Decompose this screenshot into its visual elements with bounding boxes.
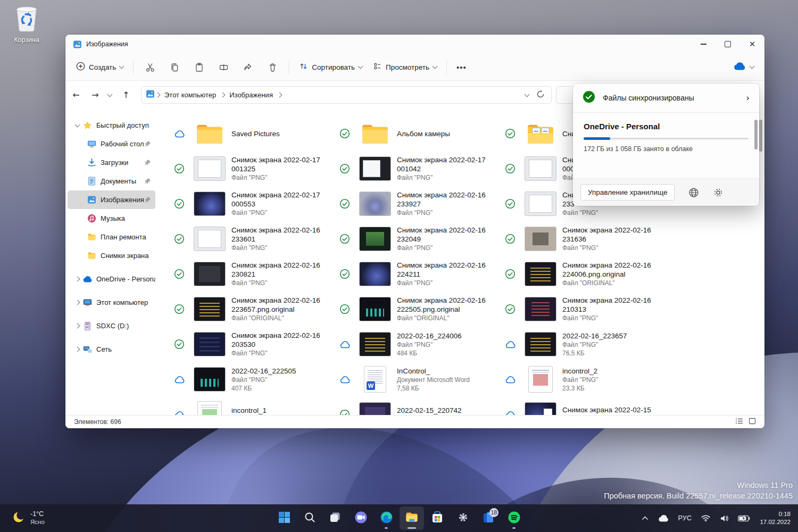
file-tile[interactable]: Снимок экрана 2022-02-17 001042 Файл "PN…: [323, 151, 488, 186]
rename-button[interactable]: [214, 58, 232, 76]
taskbar-spotify-button[interactable]: [502, 506, 526, 530]
sidebar-item-рабочий-стол[interactable]: Рабочий стол: [68, 135, 155, 153]
taskbar-edge-button[interactable]: [374, 506, 398, 530]
recycle-bin[interactable]: Корзина: [4, 3, 49, 44]
pin-icon[interactable]: [144, 196, 151, 203]
wifi-icon[interactable]: [698, 508, 713, 528]
share-button[interactable]: [239, 58, 257, 76]
maximize-button[interactable]: [716, 35, 740, 54]
file-tile[interactable]: Снимок экрана 2022-02-16 203530 Файл "PN…: [157, 327, 323, 362]
sidebar-item-загрузки[interactable]: Загрузки: [68, 153, 155, 172]
sidebar-item-onedrive-personal[interactable]: OneDrive - Personal: [68, 270, 155, 288]
breadcrumb[interactable]: Этот компьютер Изображения: [141, 86, 552, 104]
file-tile[interactable]: 2022-02-16_222505 Файл "PNG" 407 КБ: [157, 362, 323, 397]
sidebar-item-sdxc-d-[interactable]: SDXCSDXC (D:): [68, 317, 155, 335]
taskbar-settings-button[interactable]: [451, 506, 475, 530]
more-options-button[interactable]: •••: [451, 61, 472, 74]
file-tile[interactable]: Снимок экрана 2022-02-16 233601 Файл "PN…: [157, 221, 323, 256]
expander-right-icon[interactable]: [73, 347, 81, 351]
minimize-button[interactable]: [691, 35, 716, 54]
recent-locations-button[interactable]: [104, 87, 115, 104]
weather-temp: -1°C: [30, 510, 45, 518]
expander-right-icon[interactable]: [73, 277, 81, 281]
sidebar-item-сеть[interactable]: Сеть: [68, 340, 155, 359]
file-tile[interactable]: Снимок экрана 2022-02-16 232049 Файл "PN…: [323, 221, 488, 256]
file-tile[interactable]: Снимок экрана 2022-02-16 224006.png.orig…: [488, 256, 654, 292]
taskbar-mail-button[interactable]: 18: [476, 506, 501, 530]
weather-widget[interactable]: -1°C Ясно: [7, 504, 49, 532]
new-button[interactable]: Создать: [71, 58, 129, 76]
forward-button[interactable]: →: [87, 87, 104, 104]
file-tile[interactable]: Снимок экрана 2022-02-16 230821 Файл "PN…: [157, 256, 323, 292]
onedrive-status-button[interactable]: [728, 59, 759, 76]
view-button[interactable]: Просмотреть: [368, 58, 442, 76]
sidebar-item-этот-компьютер[interactable]: Этот компьютер: [68, 293, 155, 312]
file-tile[interactable]: Снимок экрана 2022-02-16 210313 Файл "PN…: [488, 292, 654, 327]
address-dropdown-icon[interactable]: [525, 92, 530, 97]
paste-button[interactable]: [190, 58, 208, 76]
search-icon: [304, 511, 316, 526]
breadcrumb-this-pc[interactable]: Этот компьютер: [161, 89, 220, 101]
file-tile[interactable]: 2022-02-16_223657 Файл "PNG" 76,5 КБ: [488, 327, 654, 362]
sync-status-synced-icon: [504, 128, 516, 139]
globe-icon[interactable]: [688, 187, 699, 198]
file-tile[interactable]: 2022-02-15_220742 Файл "PNG": [323, 397, 488, 415]
close-button[interactable]: ✕: [740, 35, 764, 54]
settings-gear-icon[interactable]: [713, 187, 724, 198]
expander-right-icon[interactable]: [73, 301, 81, 304]
volume-icon[interactable]: [717, 508, 732, 528]
taskbar-taskview-button[interactable]: [323, 506, 347, 530]
copy-button[interactable]: [165, 58, 184, 76]
sidebar-item-изображения[interactable]: Изображения: [68, 190, 155, 209]
taskbar-explorer-button[interactable]: [400, 506, 424, 530]
sidebar-item-снимки-экрана[interactable]: Снимки экрана: [68, 246, 155, 265]
language-indicator[interactable]: РУС: [676, 508, 695, 528]
file-tile[interactable]: Снимок экрана 2022-02-17 001325 Файл "PN…: [157, 151, 323, 186]
taskbar-chat-button[interactable]: [348, 506, 373, 530]
pin-icon[interactable]: [144, 140, 151, 147]
title-bar[interactable]: Изображения ✕: [65, 35, 764, 54]
file-tile[interactable]: Снимок экрана 2022-02-16 224211 Файл "PN…: [323, 256, 488, 292]
file-tile[interactable]: Снимок экрана 2022-02-16 223657.png.orig…: [157, 292, 323, 327]
clock[interactable]: 0:18 17.02.2022: [757, 510, 794, 526]
expander-right-icon[interactable]: [73, 324, 81, 328]
file-tile[interactable]: InControl_ Документ Microsoft Word 7,58 …: [323, 362, 488, 397]
large-icons-view-toggle[interactable]: [749, 418, 756, 426]
up-button[interactable]: ↑: [118, 87, 135, 104]
refresh-button[interactable]: [536, 90, 545, 101]
file-type: Файл "ORIGINAL": [562, 279, 651, 287]
pin-icon[interactable]: [144, 159, 151, 166]
file-tile[interactable]: incontrol_2 Файл "PNG" 23,3 КБ: [488, 362, 654, 397]
file-tile[interactable]: Альбом камеры: [323, 116, 488, 151]
onedrive-sync-status-row[interactable]: Файлы синхронизированы ›: [573, 84, 759, 113]
file-tile[interactable]: 2022-02-16_224006 Файл "PNG" 484 КБ: [323, 327, 488, 362]
sidebar-item-музыка[interactable]: Музыка: [68, 209, 155, 228]
taskbar-start-button[interactable]: [272, 506, 296, 530]
file-tile[interactable]: Снимок экрана 2022-02-16 222505.png.orig…: [323, 292, 488, 327]
back-button[interactable]: ←: [68, 87, 85, 104]
cut-button[interactable]: [141, 58, 159, 76]
sidebar-item-документы[interactable]: Документы: [68, 172, 155, 190]
taskbar-search-button[interactable]: [297, 506, 322, 530]
file-tile[interactable]: Снимок экрана 2022-02-16 231636 Файл "PN…: [488, 221, 654, 256]
pin-icon[interactable]: [144, 178, 151, 185]
delete-button[interactable]: [263, 58, 281, 76]
breadcrumb-pictures[interactable]: Изображения: [226, 89, 277, 101]
sidebar-item-быстрый-доступ[interactable]: Быстрый доступ: [68, 116, 155, 135]
file-tile[interactable]: Снимок экрана 2022-02-15 215839.png.orig…: [488, 397, 654, 415]
onedrive-tray-icon[interactable]: [655, 508, 672, 528]
taskbar-store-button[interactable]: [425, 506, 450, 530]
manage-storage-button[interactable]: Управление хранилище: [580, 184, 675, 201]
sort-button[interactable]: Сортировать: [294, 58, 368, 76]
expander-down-icon[interactable]: [73, 124, 81, 127]
file-tile[interactable]: incontrol_1 Файл "PNG": [157, 397, 323, 415]
details-view-toggle[interactable]: [735, 418, 743, 426]
sidebar-item-план-ремонта[interactable]: План ремонта: [68, 228, 155, 246]
battery-charging-icon[interactable]: [735, 508, 753, 528]
file-tile[interactable]: Снимок экрана 2022-02-17 000553 Файл "PN…: [157, 186, 323, 221]
flyout-scrollbar[interactable]: [754, 120, 758, 149]
file-tile[interactable]: Снимок экрана 2022-02-16 233927 Файл "PN…: [323, 186, 488, 221]
file-list-scrollbar[interactable]: [759, 120, 762, 152]
file-tile[interactable]: Saved Pictures: [157, 116, 323, 151]
tray-overflow-chevron-icon[interactable]: [639, 508, 651, 528]
